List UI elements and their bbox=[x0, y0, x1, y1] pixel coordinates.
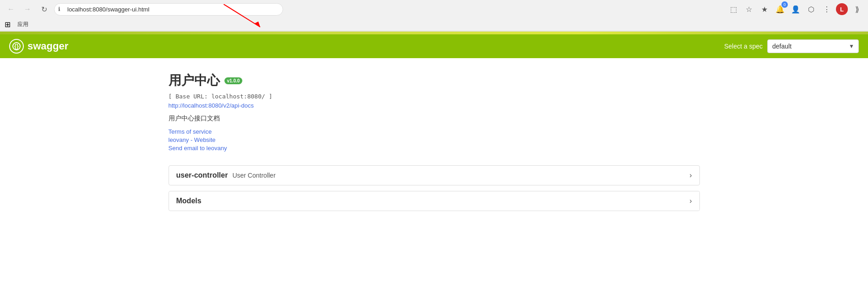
models-chevron-icon: › bbox=[689, 197, 692, 205]
website-link[interactable]: leovany - Website bbox=[169, 136, 700, 143]
notifications-wrap: 🔔 0 bbox=[774, 3, 786, 16]
back-button[interactable]: ← bbox=[5, 3, 17, 16]
select-spec-label: Select a spec bbox=[724, 43, 763, 50]
reload-button[interactable]: ↻ bbox=[38, 3, 50, 16]
api-docs-link[interactable]: http://localhost:8080/v2/api-docs bbox=[169, 102, 254, 109]
swagger-svg-icon: {} bbox=[12, 42, 21, 51]
forward-button[interactable]: → bbox=[21, 3, 34, 16]
browser-chrome: ← → ↻ ℹ ⬚ ☆ ★ 🔔 0 👤 ⬡ ⋮ L ⟫ ⊞ bbox=[0, 0, 868, 32]
controller-section-header[interactable]: user-controller User Controller › bbox=[169, 165, 700, 185]
models-section: Models › bbox=[169, 191, 700, 211]
apps-icon: ⊞ bbox=[5, 20, 11, 29]
avatar-button[interactable]: L bbox=[836, 3, 848, 15]
controller-description: User Controller bbox=[232, 172, 275, 179]
controller-section: user-controller User Controller › bbox=[169, 165, 700, 185]
extensions-button[interactable]: ⬡ bbox=[805, 3, 818, 16]
browser-toolbar: ← → ↻ ℹ ⬚ ☆ ★ 🔔 0 👤 ⬡ ⋮ L ⟫ bbox=[0, 0, 868, 18]
menu-button[interactable]: ⋮ bbox=[820, 3, 833, 16]
controller-chevron-icon: › bbox=[689, 171, 692, 179]
controller-name: user-controller bbox=[176, 171, 228, 179]
email-link[interactable]: Send email to leovany bbox=[169, 145, 700, 152]
models-title: Models bbox=[176, 197, 202, 205]
bookmarks-item-apps[interactable]: 应用 bbox=[15, 20, 31, 29]
spec-select-wrapper: default ▼ bbox=[767, 39, 859, 53]
main-content: 用户中心 v1.0.0 [ Base URL: localhost:8080/ … bbox=[159, 72, 709, 211]
bookmark-button[interactable]: ☆ bbox=[742, 3, 755, 16]
bookmarks-bar: ⊞ 应用 bbox=[0, 18, 868, 31]
section-title-wrap: user-controller User Controller bbox=[176, 171, 276, 179]
notification-badge: 0 bbox=[781, 1, 788, 8]
starred-button[interactable]: ★ bbox=[758, 3, 771, 16]
swagger-icon: {} bbox=[9, 39, 24, 54]
lock-icon: ℹ bbox=[58, 6, 60, 12]
swagger-logo: {} swagger bbox=[9, 39, 68, 54]
api-description: 用户中心接口文档 bbox=[169, 114, 700, 123]
header-right: Select a spec default ▼ bbox=[724, 39, 859, 53]
cast-button[interactable]: ⬚ bbox=[727, 3, 740, 16]
spec-select[interactable]: default bbox=[767, 39, 859, 53]
toolbar-right: ⬚ ☆ ★ 🔔 0 👤 ⬡ ⋮ L ⟫ bbox=[727, 3, 863, 16]
profile-button[interactable]: 👤 bbox=[789, 3, 802, 16]
swagger-logo-text: swagger bbox=[27, 40, 68, 52]
api-title: 用户中心 bbox=[169, 72, 220, 89]
version-badge: v1.0.0 bbox=[224, 77, 243, 84]
api-info: 用户中心 v1.0.0 [ Base URL: localhost:8080/ … bbox=[169, 72, 700, 152]
expand-button[interactable]: ⟫ bbox=[851, 3, 863, 16]
models-section-header[interactable]: Models › bbox=[169, 191, 699, 211]
address-bar[interactable] bbox=[54, 3, 283, 16]
swagger-header: {} swagger Select a spec default ▼ bbox=[0, 34, 868, 58]
api-title-row: 用户中心 v1.0.0 bbox=[169, 72, 700, 89]
terms-of-service-link[interactable]: Terms of service bbox=[169, 128, 700, 135]
svg-text:{}: {} bbox=[14, 43, 19, 49]
address-bar-wrap: ℹ bbox=[54, 3, 283, 16]
base-url: [ Base URL: localhost:8080/ ] bbox=[169, 93, 700, 100]
